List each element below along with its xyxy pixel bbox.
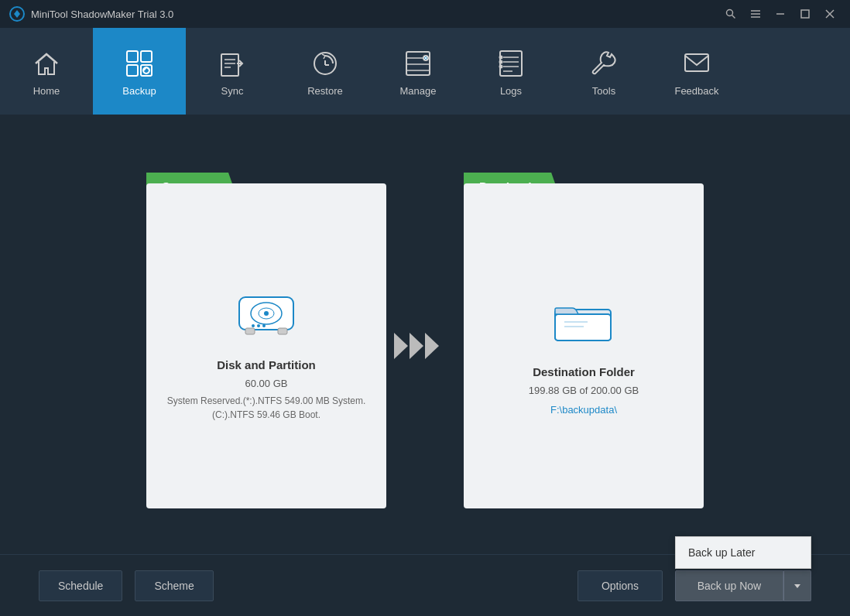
svg-marker-53	[794, 584, 800, 588]
search-button[interactable]	[720, 3, 742, 25]
nav-home-label: Home	[33, 85, 60, 97]
destination-wrapper: Destination	[464, 183, 704, 508]
svg-line-2	[732, 15, 735, 19]
svg-rect-12	[127, 65, 138, 76]
svg-marker-48	[425, 333, 439, 359]
nav-bar: Home Backup Sync	[0, 28, 850, 115]
main-content: Source	[0, 115, 850, 554]
nav-manage[interactable]: Manage	[372, 28, 464, 115]
home-icon	[29, 46, 63, 80]
nav-home[interactable]: Home	[0, 28, 93, 115]
nav-feedback[interactable]: Feedback	[650, 28, 743, 115]
destination-title: Destination Folder	[533, 365, 635, 378]
backup-dropdown-button[interactable]	[783, 570, 811, 601]
nav-logs[interactable]: Logs	[464, 28, 557, 115]
nav-tools-label: Tools	[592, 85, 615, 97]
svg-point-42	[257, 324, 260, 327]
bottom-bar: Schedule Scheme Options Back up Now Back…	[0, 554, 850, 616]
tools-icon	[587, 46, 621, 80]
destination-card[interactable]: Destination Folder 199.88 GB of 200.00 G…	[464, 183, 704, 508]
svg-point-34	[500, 60, 502, 63]
scheme-button[interactable]: Scheme	[135, 570, 213, 601]
disk-icon	[231, 286, 301, 343]
maximize-button[interactable]	[794, 3, 816, 25]
minimize-button[interactable]	[769, 3, 791, 25]
schedule-button[interactable]: Schedule	[39, 570, 122, 601]
source-wrapper: Source	[146, 183, 386, 508]
menu-button[interactable]	[745, 3, 766, 25]
nav-restore-label: Restore	[307, 85, 343, 97]
nav-tools[interactable]: Tools	[557, 28, 650, 115]
svg-point-1	[727, 10, 733, 16]
backup-icon	[122, 46, 156, 80]
destination-size: 199.88 GB of 200.00 GB	[529, 385, 639, 396]
svg-point-41	[252, 324, 255, 327]
nav-backup-label: Backup	[122, 85, 156, 97]
backup-group: Back up Now Back up Later	[675, 570, 811, 601]
folder-icon	[549, 293, 619, 350]
svg-rect-44	[245, 328, 255, 334]
source-detail: System Reserved.(*:).NTFS 549.00 MB Syst…	[162, 394, 371, 422]
svg-rect-28	[500, 51, 522, 76]
sync-icon	[215, 46, 249, 80]
svg-rect-14	[221, 54, 238, 76]
manage-icon	[401, 46, 435, 80]
nav-backup[interactable]: Backup	[93, 28, 186, 115]
window-controls	[720, 3, 841, 25]
nav-sync[interactable]: Sync	[186, 28, 279, 115]
title-bar: MiniTool ShadowMaker Trial 3.0	[0, 0, 850, 28]
svg-rect-10	[127, 51, 138, 62]
restore-icon	[308, 46, 342, 80]
arrow-area	[386, 327, 464, 365]
backup-now-button[interactable]: Back up Now	[675, 570, 783, 601]
feedback-icon	[680, 46, 714, 80]
source-card[interactable]: Disk and Partition 60.00 GB System Reser…	[146, 183, 386, 508]
svg-point-43	[262, 324, 266, 327]
svg-point-33	[500, 56, 502, 58]
nav-feedback-label: Feedback	[674, 85, 718, 97]
svg-rect-7	[801, 10, 809, 18]
svg-marker-46	[394, 333, 408, 359]
svg-point-35	[500, 65, 502, 67]
nav-restore[interactable]: Restore	[279, 28, 372, 115]
options-button[interactable]: Options	[578, 570, 663, 601]
app-logo	[9, 6, 25, 22]
svg-rect-50	[555, 314, 611, 341]
svg-rect-45	[278, 328, 287, 334]
nav-logs-label: Logs	[500, 85, 522, 97]
close-button[interactable]	[819, 3, 841, 25]
svg-point-40	[264, 311, 269, 316]
svg-rect-11	[141, 51, 152, 62]
destination-path: F:\backupdata\	[550, 404, 617, 416]
svg-rect-36	[685, 54, 708, 71]
svg-marker-47	[410, 333, 423, 359]
logs-icon	[494, 46, 528, 80]
source-title: Disk and Partition	[217, 358, 316, 371]
cards-row: Source	[39, 138, 811, 539]
source-size: 60.00 GB	[245, 378, 288, 389]
nav-manage-label: Manage	[400, 85, 437, 97]
nav-sync-label: Sync	[221, 85, 244, 97]
backup-later-item[interactable]: Back up Later	[676, 537, 811, 568]
app-title: MiniTool ShadowMaker Trial 3.0	[31, 9, 720, 20]
backup-dropdown-menu: Back up Later	[675, 536, 811, 569]
